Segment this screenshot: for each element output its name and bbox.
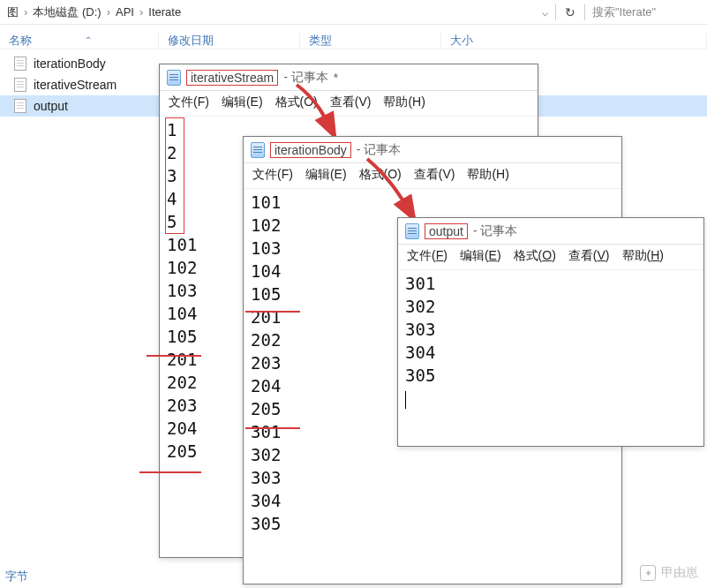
menu-format[interactable]: 格式(O) <box>514 248 556 264</box>
menu-help[interactable]: 帮助(H) <box>467 167 508 183</box>
chevron-right-icon: › <box>105 5 112 19</box>
title-suffix: - 记事本 <box>473 223 518 239</box>
refresh-icon[interactable]: ↻ <box>560 5 581 19</box>
title-suffix: - 记事本 <box>357 142 402 158</box>
breadcrumb-seg[interactable]: 本地磁盘 (D:) <box>29 4 104 20</box>
text-line: 304 <box>405 341 696 364</box>
menu-file[interactable]: 文件(F) <box>252 167 293 183</box>
titlebar[interactable]: iterationBody - 记事本 <box>244 137 621 163</box>
text-line: 303 <box>405 318 696 341</box>
annotation-underline <box>139 471 201 473</box>
window-title: output <box>425 223 468 239</box>
window-title: iterativeStream <box>186 70 278 86</box>
notepad-icon <box>405 223 419 239</box>
annotation-underline <box>245 311 300 313</box>
menu-file[interactable]: 文件(F) <box>407 248 448 264</box>
menu-view[interactable]: 查看(V) <box>330 94 372 110</box>
breadcrumb-seg[interactable]: API <box>112 5 138 19</box>
document-icon <box>14 57 26 71</box>
annotation-underline <box>147 355 201 357</box>
watermark: ✦ 甲由崽 <box>640 565 698 581</box>
menu-help[interactable]: 帮助(H) <box>622 248 664 264</box>
text-content[interactable]: 301302303304305 <box>398 270 703 411</box>
text-cursor <box>405 391 406 409</box>
divider <box>555 4 556 20</box>
window-title: iterationBody <box>270 142 351 158</box>
menu-format[interactable]: 格式(O) <box>359 167 402 183</box>
column-name[interactable]: 名称 ⌃ <box>0 33 159 49</box>
wechat-icon: ✦ <box>640 565 656 581</box>
file-name: output <box>34 99 68 113</box>
menu-edit[interactable]: 编辑(E) <box>305 167 347 183</box>
status-bar-label: 字节 <box>5 569 28 584</box>
address-bar: 图 › 本地磁盘 (D:) › API › Iterate ⌵ ↻ 搜索"Ite… <box>0 0 707 25</box>
search-input[interactable]: 搜索"Iterate" <box>589 4 703 20</box>
menubar: 文件(F) 编辑(E) 格式(O) 查看(V) 帮助(H) <box>244 163 621 189</box>
text-line: 304 <box>251 489 614 512</box>
breadcrumb-seg[interactable]: Iterate <box>145 5 184 19</box>
text-line: 301 <box>405 272 696 295</box>
dirty-indicator: * <box>334 71 338 85</box>
titlebar[interactable]: output - 记事本 <box>398 218 703 245</box>
notepad-icon <box>251 142 265 158</box>
column-label: 名称 <box>9 33 32 49</box>
column-headers: 名称 ⌃ 修改日期 类型 大小 <box>0 25 707 49</box>
text-line: 305 <box>251 512 614 535</box>
menu-format[interactable]: 格式(O) <box>275 94 318 110</box>
text-line: 101 <box>251 191 614 214</box>
notepad-window-output: output - 记事本 文件(F) 编辑(E) 格式(O) 查看(V) 帮助(… <box>397 217 704 447</box>
menubar: 文件(F) 编辑(E) 格式(O) 查看(V) 帮助(H) <box>398 245 703 270</box>
menu-file[interactable]: 文件(F) <box>169 94 209 110</box>
menu-view[interactable]: 查看(V) <box>414 167 455 183</box>
text-line: 302 <box>405 295 696 318</box>
menubar: 文件(F) 编辑(E) 格式(O) 查看(V) 帮助(H) <box>160 91 538 117</box>
annotation-underline <box>245 427 300 429</box>
titlebar[interactable]: iterativeStream - 记事本 * <box>160 64 538 91</box>
history-dropdown-icon[interactable]: ⌵ <box>538 6 552 19</box>
text-line: 305 <box>405 364 696 387</box>
document-icon <box>14 78 26 92</box>
column-date[interactable]: 修改日期 <box>159 33 300 49</box>
menu-help[interactable]: 帮助(H) <box>383 94 425 110</box>
file-name: iterativeStream <box>34 78 117 92</box>
divider <box>584 4 585 20</box>
notepad-icon <box>167 70 181 86</box>
menu-edit[interactable]: 编辑(E) <box>222 94 263 110</box>
chevron-right-icon: › <box>138 5 145 19</box>
document-icon <box>14 99 26 113</box>
chevron-right-icon: › <box>22 5 29 19</box>
breadcrumb-seg[interactable]: 图 <box>4 4 22 20</box>
column-type[interactable]: 类型 <box>300 33 441 49</box>
menu-view[interactable]: 查看(V) <box>568 248 610 264</box>
menu-edit[interactable]: 编辑(E) <box>460 248 501 264</box>
title-suffix: - 记事本 <box>283 70 328 86</box>
sort-caret-icon: ⌃ <box>85 35 92 45</box>
file-name: iterationBody <box>34 57 106 71</box>
text-line: 303 <box>251 466 614 489</box>
column-size[interactable]: 大小 <box>441 33 707 49</box>
watermark-text: 甲由崽 <box>661 565 698 581</box>
